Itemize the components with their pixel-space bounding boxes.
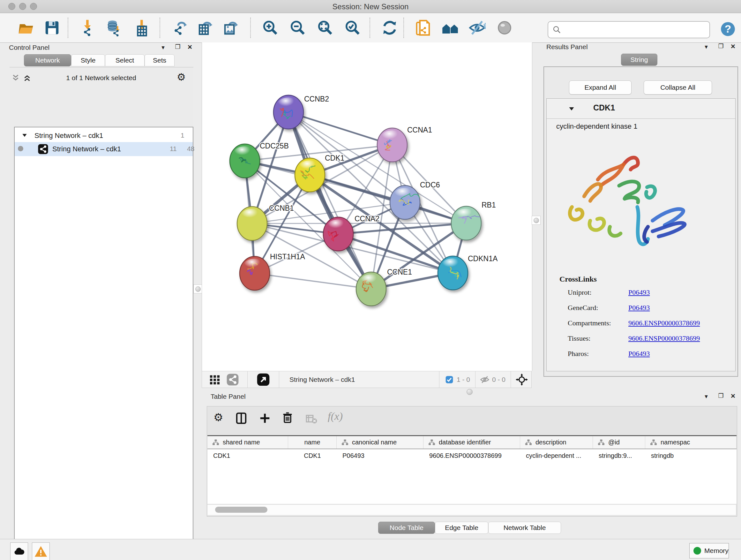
eye-icon[interactable] [495, 19, 514, 37]
network-options-gear-icon[interactable]: ⚙ [177, 71, 186, 83]
cloud-button[interactable] [10, 543, 28, 560]
fit-content-crosshair-icon[interactable] [515, 373, 528, 386]
column-header-canonical-name[interactable]: canonical name [337, 436, 423, 449]
show-columns-icon[interactable] [234, 412, 248, 425]
crosslink-value-link[interactable]: P06493 [628, 288, 650, 297]
tab-network[interactable]: Network [24, 54, 71, 66]
warnings-button[interactable] [32, 543, 50, 560]
tab-network-table[interactable]: Network Table [488, 522, 561, 534]
node-label-CDC6: CDC6 [420, 181, 440, 189]
zoom-out-icon[interactable] [288, 19, 307, 37]
import-table-icon[interactable] [133, 19, 151, 37]
column-header-name[interactable]: name [288, 436, 337, 449]
scrollbar-thumb[interactable] [215, 507, 267, 513]
add-column-icon[interactable] [259, 412, 271, 424]
table-row[interactable]: CDK1CDK1P064939606.ENSP00000378699cyclin… [207, 449, 737, 462]
tree-expander-icon[interactable] [22, 132, 27, 138]
doc-share-icon[interactable] [414, 19, 433, 37]
crosslink-label: Uniprot: [568, 288, 628, 297]
crosslink-value-link[interactable]: P06493 [628, 304, 650, 312]
column-header-namespac[interactable]: namespac [645, 436, 737, 449]
tab-edge-table[interactable]: Edge Table [435, 522, 488, 534]
grid-view-icon[interactable] [209, 374, 220, 385]
control-panel-close-icon[interactable]: ✕ [185, 44, 195, 51]
node-CDC25B[interactable] [230, 144, 260, 178]
cell-name[interactable]: CDK1 [288, 449, 337, 462]
cell-database-identifier[interactable]: 9606.ENSP00000378699 [423, 449, 520, 462]
column-header-description[interactable]: description [520, 436, 593, 449]
string-view-icon[interactable] [226, 373, 239, 386]
tab-style[interactable]: Style [71, 54, 105, 66]
results-panel-collapse-icon[interactable]: ▾ [701, 43, 711, 51]
expand-all-button[interactable]: Expand All [569, 80, 631, 95]
crosslink-value-link[interactable]: P06493 [628, 350, 650, 358]
import-database-icon[interactable] [105, 19, 124, 37]
node-CDKN1A[interactable] [438, 256, 468, 290]
node-CDK1[interactable] [295, 158, 325, 192]
save-icon[interactable] [43, 19, 61, 37]
gene-expander-icon[interactable] [568, 106, 575, 112]
zoom-fit-icon[interactable] [316, 19, 334, 37]
open-in-window-icon[interactable] [257, 373, 270, 386]
table-panel-float-icon[interactable]: ❐ [716, 392, 726, 399]
gene-section-header[interactable]: CDK1 [547, 99, 735, 119]
memory-status-dot [693, 547, 701, 555]
refresh-icon[interactable] [381, 19, 399, 37]
table-gear-icon[interactable]: ⚙ [213, 411, 223, 424]
node-CCNA2[interactable] [323, 217, 353, 251]
results-panel-float-icon[interactable]: ❐ [716, 43, 726, 50]
zoom-selected-icon[interactable] [343, 19, 362, 37]
table-horizontal-scrollbar[interactable] [207, 504, 736, 515]
homes-icon[interactable] [441, 19, 460, 37]
crosslink-value-link[interactable]: 9606.ENSP00000378699 [628, 319, 700, 327]
right-splitter-handle[interactable] [532, 216, 541, 225]
export-network-icon[interactable] [171, 19, 189, 37]
tab-sets[interactable]: Sets [145, 54, 175, 66]
search-field[interactable] [548, 21, 710, 38]
left-splitter-handle[interactable] [193, 285, 202, 294]
control-panel-float-icon[interactable]: ❐ [173, 43, 183, 51]
tab-node-table[interactable]: Node Table [378, 522, 435, 534]
cell-namespac[interactable]: stringdb [645, 449, 737, 462]
tab-select[interactable]: Select [105, 54, 145, 66]
node-RB1[interactable] [451, 206, 481, 240]
node-CCNB2[interactable] [273, 95, 304, 129]
column-header-database-identifier[interactable]: database identifier [423, 436, 520, 449]
table-panel-close-icon[interactable]: ✕ [728, 392, 738, 400]
help-icon[interactable]: ? [720, 21, 736, 37]
export-table-icon[interactable] [196, 19, 214, 37]
control-panel-collapse-icon[interactable]: ▾ [158, 44, 168, 51]
selected-checkbox-icon[interactable] [445, 375, 454, 384]
open-folder-icon[interactable] [17, 19, 35, 37]
node-CDC6[interactable] [390, 186, 420, 219]
memory-button[interactable]: Memory [689, 543, 729, 558]
edge-RB1-CCNB1[interactable] [252, 223, 466, 224]
cell-shared-name[interactable]: CDK1 [207, 449, 288, 462]
crosslink-value-link[interactable]: 9606.ENSP00000378699 [628, 334, 700, 343]
delete-column-icon[interactable] [281, 411, 294, 424]
import-network-icon[interactable] [78, 19, 97, 37]
node-CCNB1[interactable] [237, 206, 267, 240]
search-input[interactable] [562, 25, 700, 34]
network-row-selected[interactable]: String Network – cdk1 11 48 [15, 142, 193, 156]
results-panel-close-icon[interactable]: ✕ [728, 43, 738, 50]
column-header--id[interactable]: @id [593, 436, 645, 449]
network-collection-row[interactable]: String Network – cdk1 1 [15, 129, 193, 142]
network-canvas[interactable]: CCNB2CCNA1CDC25BCDK1CDC6RB1CCNB1CCNA2CDK… [202, 43, 532, 371]
table-panel-collapse-icon[interactable]: ▾ [701, 393, 711, 400]
cell-description[interactable]: cyclin-dependent ... [520, 449, 593, 462]
node-CCNE1[interactable] [356, 272, 386, 306]
edge-CCNA2-CDKN1A[interactable] [338, 234, 453, 273]
edge-HIST1H1A-CCNE1[interactable] [255, 273, 371, 289]
zoom-in-icon[interactable] [261, 19, 280, 37]
edge-CCNB2-CCNA1[interactable] [288, 112, 392, 145]
tab-string[interactable]: String [621, 54, 657, 66]
cell--id[interactable]: stringdb:9... [593, 449, 645, 462]
cell-canonical-name[interactable]: P06493 [337, 449, 423, 462]
node-CCNA1[interactable] [377, 128, 407, 162]
collapse-all-button[interactable]: Collapse All [644, 80, 712, 95]
node-HIST1H1A[interactable] [240, 256, 270, 290]
column-header-shared-name[interactable]: shared name [207, 436, 288, 449]
eye-slash-icon[interactable] [468, 19, 486, 37]
export-image-icon[interactable] [221, 19, 240, 37]
